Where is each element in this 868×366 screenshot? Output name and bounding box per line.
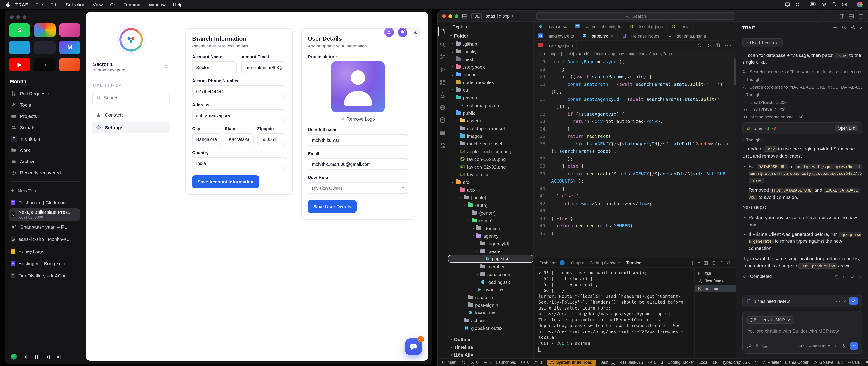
more-icon[interactable]: ⋯ — [724, 41, 732, 49]
accept-all-button[interactable] — [849, 297, 858, 304]
wifi-icon[interactable] — [822, 2, 827, 7]
editor-tab-page.tsx[interactable]: page.tsx× — [578, 31, 618, 40]
browser-tab[interactable]: DOur Distillery – InACan — [9, 270, 81, 282]
status-item-go-live[interactable]: Go Live — [813, 360, 833, 365]
status-item-main[interactable]: main — [441, 360, 456, 365]
account-email-field[interactable] — [241, 62, 286, 73]
status-item-en[interactable]: EN — [838, 360, 844, 365]
tree-folder-actions[interactable]: ›actions — [448, 316, 533, 324]
country-field[interactable] — [192, 157, 286, 169]
volume-button[interactable] — [57, 354, 62, 360]
spotlight-icon[interactable] — [832, 2, 837, 7]
tree-folder-post-signin[interactable]: ›post-signin — [448, 301, 533, 309]
menubar-menu-terminal[interactable]: Terminal — [124, 2, 142, 7]
menubar-menu-file[interactable]: File — [35, 2, 43, 7]
next-track-button[interactable] — [45, 354, 51, 360]
activity-explorer-icon[interactable] — [437, 25, 448, 38]
mic-icon[interactable] — [841, 343, 846, 348]
app-icon-blue[interactable] — [9, 41, 31, 54]
browser-tab[interactable]: HHostinger – Bring Your I... — [9, 258, 81, 270]
sidebar-search[interactable] — [92, 92, 169, 104]
activity-extensions-icon[interactable] — [437, 76, 448, 89]
breadcrumb-item[interactable]: app — [550, 52, 556, 56]
tree-folder-images[interactable]: ›images — [448, 132, 533, 140]
activity-docker-icon[interactable] — [437, 127, 448, 139]
app-icon-dark[interactable] — [34, 41, 56, 54]
display-icon[interactable] — [785, 2, 790, 7]
tree-folder-out[interactable]: ›out — [448, 86, 533, 94]
panel-tab-problems[interactable]: Problems1 — [539, 258, 565, 267]
split-editor-icon[interactable] — [715, 43, 720, 48]
project-switcher[interactable]: saas-lic-shp▾ — [486, 13, 513, 19]
terminal-output[interactable]: > 53 | const user = await currentUser();… — [534, 268, 694, 358]
toggle-panel-icon[interactable] — [848, 13, 854, 19]
activity-database-icon[interactable] — [437, 114, 448, 127]
save-account-button[interactable]: Save Account Information — [192, 175, 259, 188]
tree-folder-(auth)[interactable]: ›(auth) — [448, 201, 533, 209]
tree-folder-app[interactable]: ›app — [448, 186, 533, 193]
tree-folder-(center)[interactable]: ›(center) — [448, 209, 533, 217]
status-item-3[interactable]: 3 — [661, 360, 663, 365]
tree-folder-desktop-carrousel[interactable]: ›desktop-carrousel — [448, 124, 533, 132]
editor-tab-tsconfig.json[interactable]: {}tsconfig.json — [625, 22, 667, 31]
tree-folder-subaccount[interactable]: ›subaccount — [448, 270, 533, 278]
terminal-shell-bun-exe[interactable]: bun.exe — [695, 285, 736, 292]
tiktok-icon[interactable]: ♪ — [34, 58, 56, 71]
address-field[interactable] — [192, 109, 286, 121]
menubar-menu-window[interactable]: Window — [149, 2, 166, 7]
run-icon[interactable] — [706, 43, 711, 48]
state-field[interactable] — [225, 133, 254, 145]
breadcrumb-item[interactable]: agency — [611, 52, 624, 56]
sidebar-folder-tools[interactable]: Tools — [9, 99, 81, 110]
help-chat-widget[interactable]: 20 — [405, 338, 422, 355]
tree-folder-.vscode[interactable]: ›.vscode — [448, 70, 533, 78]
tree-folder-(unauth)[interactable]: ›(unauth) — [448, 293, 533, 301]
tree-folder-.husky[interactable]: ›.husky — [448, 47, 533, 55]
scrollbar[interactable] — [734, 58, 736, 86]
status-item-0[interactable]: 0 — [521, 360, 529, 365]
editor-tab-.env[interactable]: .env — [667, 22, 692, 31]
thumbs-up-icon[interactable] — [842, 274, 847, 279]
breadcrumb-item[interactable]: (main) — [594, 52, 606, 56]
sidebar-folder-pull-requests[interactable]: Pull Requests — [9, 88, 81, 99]
close-button[interactable] — [442, 14, 446, 18]
tree-file-layout.tsx[interactable]: layout.tsx — [448, 309, 533, 316]
tree-file-apple-touch-icon.png[interactable]: apple-touch-icon.png — [448, 147, 533, 155]
terminal-shell-jest-saas-[interactable]: Jest (saas-... — [695, 277, 736, 285]
tree-folder-create[interactable]: ›create — [448, 247, 533, 255]
theme-toggle[interactable] — [411, 28, 421, 37]
breadcrumb-item[interactable]: AgencyPage — [649, 52, 672, 56]
tree-folder-prisma[interactable]: ›prisma — [448, 94, 533, 101]
app-icon-green[interactable]: S — [9, 24, 31, 37]
account-phone-field[interactable] — [192, 86, 286, 97]
tree-file-page.tsx[interactable]: page.tsx — [448, 255, 533, 263]
app-icon-multicolor[interactable] — [34, 24, 56, 37]
panel-tab-terminal[interactable]: Terminal — [626, 258, 643, 267]
layout-icon[interactable] — [462, 13, 467, 19]
explorer-section-i18n-ally[interactable]: ›i18n Ally — [448, 351, 533, 358]
browser-tab[interactable]: CDashboard | Clerk.com — [9, 196, 81, 208]
menubar-menu-go[interactable]: Go — [110, 2, 116, 7]
editor-tab-middleware.ts[interactable]: TSmiddleware.ts — [534, 31, 578, 40]
more-icon[interactable]: ⋯ — [836, 298, 840, 303]
thought-row[interactable]: ›Thought — [742, 77, 862, 82]
diff-card[interactable]: .env +1-3 Open Diff — [742, 123, 862, 134]
status-item-1[interactable]: 1 — [534, 360, 542, 365]
thought-row[interactable]: ›Thought — [742, 92, 862, 97]
save-user-button[interactable]: Save User Details — [308, 200, 357, 213]
trash-icon[interactable] — [712, 261, 716, 265]
thought-row[interactable]: ›Thought — [742, 137, 862, 142]
menubar-extra-icon[interactable] — [857, 2, 863, 7]
avatar[interactable] — [384, 28, 394, 37]
remove-logo-button[interactable]: × Remove Logo — [308, 117, 408, 122]
activity-remote-icon[interactable] — [437, 139, 448, 152]
file-reference-row[interactable]: prisma/schema.prisma 1-60 — [743, 114, 862, 119]
reject-all-icon[interactable]: × — [843, 298, 846, 303]
browser-tab[interactable]: Gsaas-lic-shp | Mohith-K... — [9, 233, 81, 245]
app-icon-pink[interactable] — [59, 24, 81, 37]
tree-folder-public[interactable]: ›public — [448, 109, 533, 117]
sidebar-folder-projects[interactable]: Projects — [9, 110, 81, 122]
toggle-right-icon[interactable] — [858, 13, 864, 19]
editor-tab-package.json[interactable]: npackage.json — [534, 41, 577, 50]
zoom-button[interactable] — [455, 14, 458, 18]
